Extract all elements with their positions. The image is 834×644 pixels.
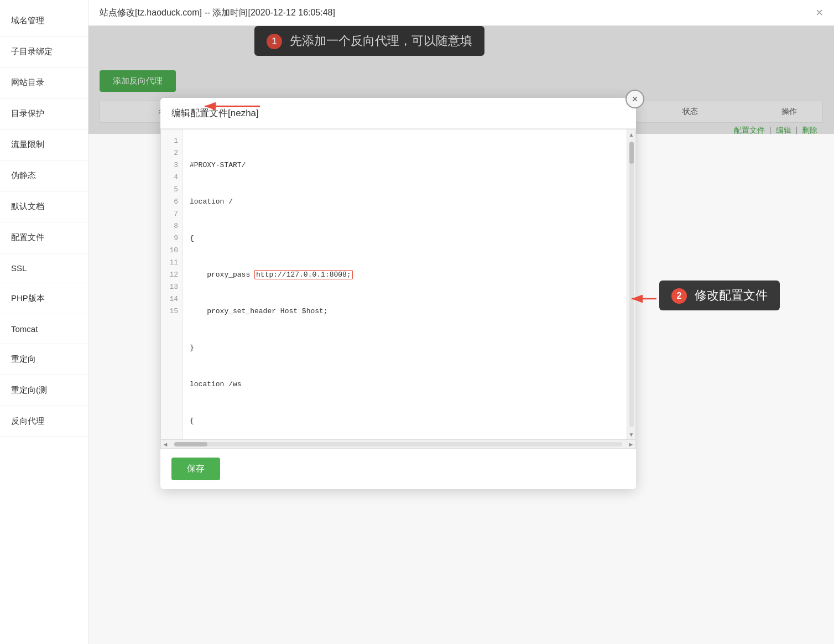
scrollbar-up-icon[interactable]: ▲ bbox=[627, 129, 635, 139]
annotation-2-tooltip: 2 修改配置文件 bbox=[659, 281, 780, 310]
arrow-to-modal-icon bbox=[626, 290, 659, 307]
scrollbar-h-track[interactable] bbox=[174, 442, 622, 446]
sidebar: 域名管理 子目录绑定 网站目录 目录保护 流量限制 伪静态 默认文档 配置文件 … bbox=[0, 0, 88, 644]
scrollbar-right-icon[interactable]: ► bbox=[627, 441, 635, 448]
sidebar-item-dir-protect[interactable]: 目录保护 bbox=[0, 98, 88, 129]
code-line-7: location /ws bbox=[190, 378, 620, 391]
scrollbar-down-icon[interactable]: ▼ bbox=[627, 429, 635, 439]
sidebar-item-pseudo-static[interactable]: 伪静态 bbox=[0, 160, 88, 191]
content-area: 站点修改[tz.haoduck.com] -- 添加时间[2020-12-12 … bbox=[88, 0, 834, 644]
code-line-3: { bbox=[190, 232, 620, 245]
line-numbers: 1 2 3 4 5 6 7 8 9 10 bbox=[161, 129, 183, 439]
annotation-2-circle: 2 bbox=[671, 288, 687, 304]
sidebar-item-subdir-bind[interactable]: 子目录绑定 bbox=[0, 37, 88, 67]
annotation-2-container: 2 修改配置文件 bbox=[659, 281, 780, 310]
modal-close-icon: × bbox=[632, 94, 638, 105]
window-close-icon[interactable]: × bbox=[816, 6, 823, 20]
sidebar-item-php-version[interactable]: PHP版本 bbox=[0, 283, 88, 314]
scrollbar-v-track[interactable] bbox=[629, 142, 634, 427]
sidebar-item-config-file[interactable]: 配置文件 bbox=[0, 222, 88, 253]
scrollbar-h-thumb[interactable] bbox=[174, 442, 207, 446]
sidebar-item-redirect[interactable]: 重定向 bbox=[0, 344, 88, 375]
modal-footer: 保存 bbox=[160, 449, 636, 489]
code-line-6: } bbox=[190, 342, 620, 354]
editor-scrollbar-horizontal[interactable]: ◄ ► bbox=[161, 439, 635, 448]
sidebar-item-website-dir[interactable]: 网站目录 bbox=[0, 67, 88, 98]
modal-dialog: × bbox=[160, 98, 636, 489]
sidebar-item-redirect-test[interactable]: 重定向(测 bbox=[0, 375, 88, 406]
save-button[interactable]: 保存 bbox=[171, 458, 220, 480]
sidebar-item-tomcat[interactable]: Tomcat bbox=[0, 314, 88, 344]
sidebar-item-reverse-proxy[interactable]: 反向代理 bbox=[0, 406, 88, 437]
code-line-8: { bbox=[190, 415, 620, 427]
scrollbar-left-icon[interactable]: ◄ bbox=[161, 441, 170, 448]
annotation-2-text: 修改配置文件 bbox=[695, 288, 768, 302]
window-title-text: 站点修改[tz.haoduck.com] -- 添加时间[2020-12-12 … bbox=[100, 7, 335, 19]
modal-overlay: × bbox=[88, 26, 834, 134]
sidebar-item-default-doc[interactable]: 默认文档 bbox=[0, 191, 88, 222]
code-line-5: proxy_set_header Host $host; bbox=[190, 305, 620, 318]
sidebar-item-ssl[interactable]: SSL bbox=[0, 253, 88, 283]
code-line-4: proxy_pass http://127.0.0.1:8008; bbox=[190, 269, 620, 281]
window-title-bar: 站点修改[tz.haoduck.com] -- 添加时间[2020-12-12 … bbox=[88, 0, 834, 26]
arrow-to-button-icon bbox=[199, 95, 265, 117]
code-line-2: location / bbox=[190, 196, 620, 208]
sidebar-item-domain-mgmt[interactable]: 域名管理 bbox=[0, 6, 88, 37]
code-editor[interactable]: 1 2 3 4 5 6 7 8 9 10 bbox=[160, 129, 636, 449]
scrollbar-v-thumb[interactable] bbox=[629, 142, 634, 164]
code-content[interactable]: #PROXY-START/ location / { proxy_pass ht… bbox=[183, 129, 627, 439]
page-content: 1 先添加一个反向代理，可以随意填 添加反向代理 名称 bbox=[88, 26, 834, 134]
editor-scrollbar-vertical[interactable]: ▲ ▼ bbox=[627, 129, 635, 439]
modal-close-button[interactable]: × bbox=[626, 90, 644, 108]
code-line-1: #PROXY-START/ bbox=[190, 159, 620, 172]
sidebar-item-traffic-limit[interactable]: 流量限制 bbox=[0, 129, 88, 160]
highlight-proxy-1: http://127.0.0.1:8008; bbox=[254, 270, 353, 279]
